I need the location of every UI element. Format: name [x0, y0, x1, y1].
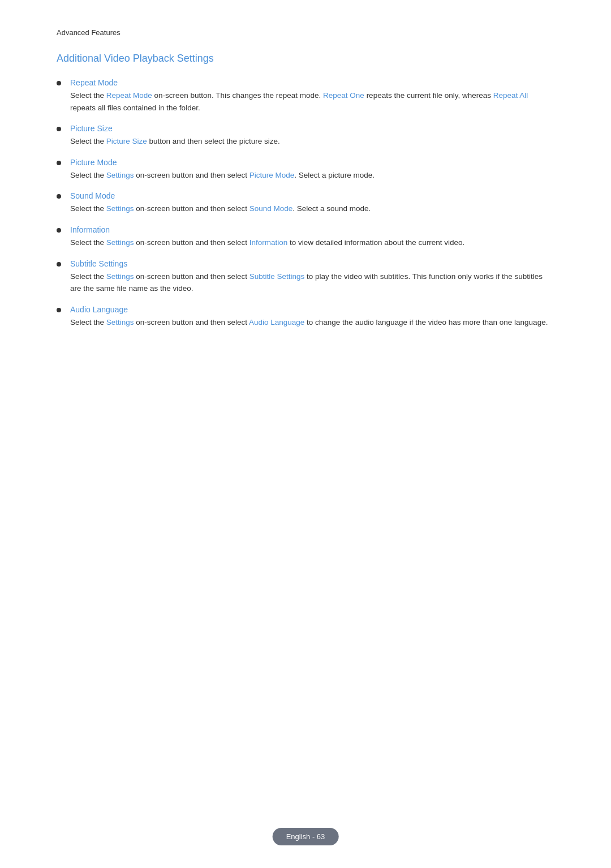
item-desc-audio-language: Select the Settings on-screen button and… — [70, 316, 554, 329]
inline-link: Settings — [106, 272, 134, 281]
list-item: Sound ModeSelect the Settings on-screen … — [57, 191, 554, 215]
bullet-content: Subtitle SettingsSelect the Settings on-… — [70, 259, 554, 295]
list-item: InformationSelect the Settings on-screen… — [57, 225, 554, 249]
section-title: Additional Video Playback Settings — [57, 53, 554, 65]
bullet-dot — [57, 81, 61, 85]
inline-link: Repeat Mode — [106, 91, 152, 100]
page-header: Advanced Features — [57, 28, 554, 37]
list-item: Audio LanguageSelect the Settings on-scr… — [57, 305, 554, 329]
bullet-dot — [57, 228, 61, 233]
bullet-dot — [57, 194, 61, 199]
item-desc-subtitle-settings: Select the Settings on-screen button and… — [70, 270, 554, 295]
bullet-list: Repeat ModeSelect the Repeat Mode on-scr… — [57, 78, 554, 328]
item-title-information: Information — [70, 225, 554, 234]
inline-link: Information — [249, 238, 288, 247]
item-title-subtitle-settings: Subtitle Settings — [70, 259, 554, 268]
bullet-content: Picture SizeSelect the Picture Size butt… — [70, 124, 554, 148]
item-title-picture-size: Picture Size — [70, 124, 554, 133]
page-footer: English - 63 — [273, 828, 339, 845]
inline-link: Repeat One — [323, 91, 364, 100]
item-title-audio-language: Audio Language — [70, 305, 554, 314]
inline-link: Subtitle Settings — [249, 272, 305, 281]
bullet-dot — [57, 127, 61, 131]
page-container: Advanced Features Additional Video Playb… — [0, 0, 611, 384]
item-desc-picture-mode: Select the Settings on-screen button and… — [70, 169, 554, 182]
list-item: Picture ModeSelect the Settings on-scree… — [57, 158, 554, 182]
bullet-dot — [57, 308, 61, 312]
list-item: Repeat ModeSelect the Repeat Mode on-scr… — [57, 78, 554, 114]
item-desc-repeat-mode: Select the Repeat Mode on-screen button.… — [70, 89, 554, 114]
inline-link: Settings — [106, 318, 134, 326]
bullet-content: Audio LanguageSelect the Settings on-scr… — [70, 305, 554, 329]
bullet-content: Picture ModeSelect the Settings on-scree… — [70, 158, 554, 182]
item-title-sound-mode: Sound Mode — [70, 191, 554, 200]
item-desc-picture-size: Select the Picture Size button and then … — [70, 135, 554, 148]
inline-link: Audio Language — [249, 318, 304, 326]
inline-link: Settings — [106, 204, 134, 213]
bullet-content: Sound ModeSelect the Settings on-screen … — [70, 191, 554, 215]
inline-link: Picture Mode — [249, 171, 295, 179]
inline-link: Repeat All — [493, 91, 528, 100]
inline-link: Settings — [106, 238, 134, 247]
item-desc-information: Select the Settings on-screen button and… — [70, 237, 554, 249]
bullet-content: Repeat ModeSelect the Repeat Mode on-scr… — [70, 78, 554, 114]
bullet-dot — [57, 262, 61, 267]
bullet-dot — [57, 161, 61, 165]
bullet-content: InformationSelect the Settings on-screen… — [70, 225, 554, 249]
item-title-repeat-mode: Repeat Mode — [70, 78, 554, 87]
inline-link: Settings — [106, 171, 134, 179]
item-desc-sound-mode: Select the Settings on-screen button and… — [70, 203, 554, 215]
list-item: Subtitle SettingsSelect the Settings on-… — [57, 259, 554, 295]
item-title-picture-mode: Picture Mode — [70, 158, 554, 167]
list-item: Picture SizeSelect the Picture Size butt… — [57, 124, 554, 148]
inline-link: Picture Size — [106, 137, 147, 145]
inline-link: Sound Mode — [249, 204, 293, 213]
